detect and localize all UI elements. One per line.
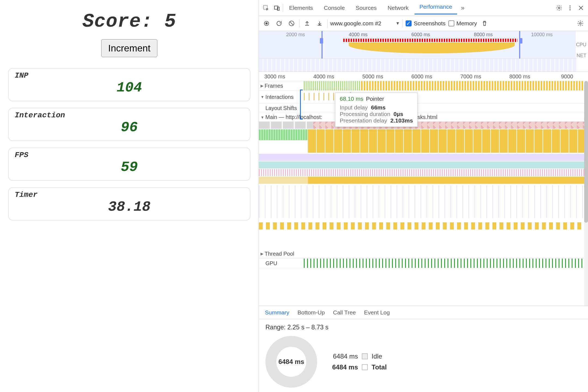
device-toggle-icon[interactable] (272, 3, 282, 13)
track-frames[interactable]: ▶Frames (259, 81, 588, 91)
tab-performance[interactable]: Performance (415, 1, 457, 14)
track-interactions[interactable]: ▼Interactions (259, 91, 588, 103)
score-label: Score: (82, 11, 153, 32)
score-display: Score: 5 (8, 11, 250, 32)
svg-point-5 (569, 7, 571, 8)
expand-icon[interactable]: ▼ (261, 115, 264, 120)
tab-summary[interactable]: Summary (265, 309, 289, 316)
dropdown-icon: ▼ (396, 21, 400, 26)
perf-toolbar: www.google.com #2 ▼ ✓ Screenshots Memory (259, 16, 588, 31)
metric-interaction: Interaction 96 (8, 108, 250, 141)
metric-timer-label: Timer (15, 191, 244, 199)
upload-icon[interactable] (302, 19, 312, 28)
tab-elements[interactable]: Elements (284, 2, 318, 13)
scrollbar-thumb[interactable] (584, 81, 588, 223)
recording-select-label: www.google.com #2 (330, 20, 381, 27)
swatch-idle (362, 353, 368, 359)
interaction-events[interactable] (304, 93, 339, 100)
score-value: 5 (164, 11, 176, 32)
svg-point-3 (558, 7, 560, 9)
overview-long-tasks (343, 39, 517, 42)
summary-donut: 6484 ms (265, 336, 317, 388)
metric-inp-label: INP (15, 71, 244, 80)
metric-fps-value: 59 (15, 159, 244, 175)
metric-timer-value: 38.18 (15, 199, 244, 215)
gc-icon[interactable] (480, 19, 489, 28)
tab-network[interactable]: Network (383, 2, 414, 13)
reload-record-icon[interactable] (274, 19, 284, 28)
svg-point-10 (580, 23, 581, 24)
metric-fps: FPS 59 (8, 148, 250, 181)
track-layout-shifts[interactable]: Layout Shifts (259, 103, 588, 113)
inspect-icon[interactable] (261, 3, 271, 13)
record-icon[interactable] (262, 19, 271, 28)
tooltip-type: Pointer (366, 96, 384, 102)
screenshots-label: Screenshots (414, 20, 446, 27)
tab-event-log[interactable]: Event Log (364, 309, 390, 316)
svg-point-6 (569, 9, 571, 10)
tab-bottom-up[interactable]: Bottom-Up (298, 309, 325, 316)
track-gpu[interactable]: GPU (259, 259, 588, 268)
scrollbar-track[interactable] (584, 81, 588, 306)
overview-minimap[interactable]: 2000 ms 4000 ms 6000 ms 8000 ms 10000 ms… (259, 31, 588, 72)
memory-checkbox[interactable]: Memory (448, 20, 477, 27)
metric-interaction-label: Interaction (15, 111, 244, 120)
summary-range: Range: 2.25 s – 8.73 s (265, 324, 581, 331)
details-pane: Summary Bottom-Up Call Tree Event Log Ra… (259, 306, 588, 392)
expand-icon[interactable]: ▼ (261, 95, 264, 99)
settings-gear-icon[interactable] (554, 3, 564, 13)
download-icon[interactable] (315, 19, 324, 28)
demo-app: Score: 5 Increment INP 104 Interaction 9… (0, 0, 259, 392)
overview-net-label: NET (577, 53, 586, 59)
tab-call-tree[interactable]: Call Tree (333, 309, 356, 316)
overview-handle-right[interactable] (519, 38, 522, 44)
frames-body[interactable] (304, 81, 588, 90)
summary-legend: 6484 ms Idle 6484 ms Total (328, 353, 387, 371)
details-tabs: Summary Bottom-Up Call Tree Event Log (259, 306, 588, 319)
tab-console[interactable]: Console (319, 2, 350, 13)
memory-label: Memory (457, 20, 477, 27)
increment-button[interactable]: Increment (101, 39, 157, 57)
track-main[interactable]: ▼ Main — http://localhost: small_tasks.h… (259, 113, 588, 122)
main-flamechart[interactable] (259, 122, 588, 241)
close-icon[interactable] (576, 3, 586, 13)
divider (283, 4, 283, 12)
collapse-icon[interactable]: ▶ (261, 252, 264, 256)
tracks-area: ▶Frames ▼Interactions Layout Shifts ▼ Ma… (259, 81, 588, 306)
screenshots-checkbox[interactable]: ✓ Screenshots (406, 20, 446, 27)
devtools-tabstrip: Elements Console Sources Network Perform… (259, 0, 588, 16)
swatch-total (362, 364, 368, 370)
devtools-panel: Elements Console Sources Network Perform… (259, 0, 588, 392)
checkbox-checked-icon: ✓ (406, 20, 412, 26)
metric-inp: INP 104 (8, 68, 250, 101)
metric-fps-label: FPS (15, 151, 244, 159)
metric-timer: Timer 38.18 (8, 187, 250, 220)
overview-handle-left[interactable] (320, 38, 323, 44)
track-thread-pool[interactable]: ▶Thread Pool (259, 249, 588, 259)
capture-settings-gear-icon[interactable] (575, 19, 585, 28)
tab-sources[interactable]: Sources (351, 2, 382, 13)
svg-point-8 (266, 23, 267, 24)
recording-select[interactable]: www.google.com #2 ▼ (330, 20, 400, 27)
kebab-menu-icon[interactable] (565, 3, 575, 13)
collapse-icon[interactable]: ▶ (261, 84, 264, 88)
interaction-tooltip: 68.10 ms Pointer Input delay66ms Process… (335, 93, 418, 127)
interaction-bracket (300, 90, 303, 120)
timeline-ruler[interactable]: 3000 ms 4000 ms 5000 ms 6000 ms 7000 ms … (259, 72, 588, 81)
svg-point-4 (569, 5, 571, 7)
metric-interaction-value: 96 (15, 120, 244, 136)
overview-cpu-label: CPU (576, 42, 586, 48)
more-tabs-icon[interactable]: » (458, 4, 467, 12)
tooltip-time: 68.10 ms (340, 96, 363, 102)
metric-inp-value: 104 (15, 80, 244, 96)
checkbox-unchecked-icon (448, 20, 454, 26)
donut-center-text: 6484 ms (278, 358, 304, 366)
clear-icon[interactable] (287, 19, 296, 28)
overview-network-strip (259, 59, 577, 72)
